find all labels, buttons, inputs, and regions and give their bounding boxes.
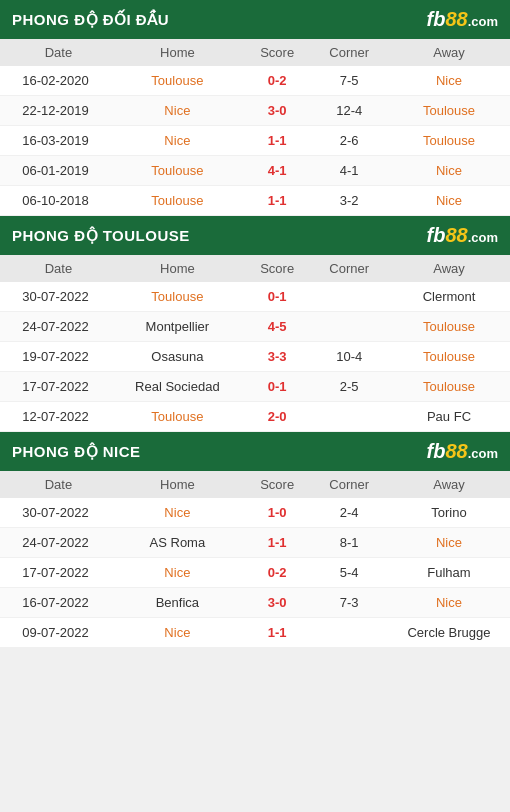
cell-date: 30-07-2022: [0, 498, 111, 528]
brand-logo: fb88.com: [427, 8, 498, 31]
cell-corner: 4-1: [310, 156, 388, 186]
cell-date: 17-07-2022: [0, 558, 111, 588]
brand-com: .com: [468, 14, 498, 29]
col-header-corner: Corner: [310, 255, 388, 282]
cell-home: Toulouse: [111, 186, 244, 216]
cell-away: Fulham: [388, 558, 510, 588]
col-header-score: Score: [244, 471, 311, 498]
cell-corner: 12-4: [310, 96, 388, 126]
table-row: 16-03-2019Nice1-12-6Toulouse: [0, 126, 510, 156]
cell-corner: [310, 282, 388, 312]
brand-88: 88: [445, 224, 467, 246]
cell-date: 16-07-2022: [0, 588, 111, 618]
cell-corner: 2-4: [310, 498, 388, 528]
cell-date: 06-10-2018: [0, 186, 111, 216]
table-head-to-head: DateHomeScoreCornerAway16-02-2020Toulous…: [0, 39, 510, 216]
col-header-away: Away: [388, 471, 510, 498]
cell-home: Benfica: [111, 588, 244, 618]
cell-score: 3-0: [244, 96, 311, 126]
cell-corner: [310, 618, 388, 648]
brand-logo: fb88.com: [427, 224, 498, 247]
cell-score: 1-1: [244, 618, 311, 648]
table-row: 16-07-2022Benfica3-07-3Nice: [0, 588, 510, 618]
cell-date: 16-03-2019: [0, 126, 111, 156]
table-row: 30-07-2022Toulouse0-1Clermont: [0, 282, 510, 312]
cell-home: Nice: [111, 498, 244, 528]
col-header-score: Score: [244, 255, 311, 282]
cell-score: 3-0: [244, 588, 311, 618]
col-header-away: Away: [388, 255, 510, 282]
cell-date: 12-07-2022: [0, 402, 111, 432]
cell-away: Toulouse: [388, 96, 510, 126]
cell-date: 24-07-2022: [0, 312, 111, 342]
cell-score: 0-1: [244, 282, 311, 312]
cell-score: 1-1: [244, 528, 311, 558]
table-row: 17-07-2022Nice0-25-4Fulham: [0, 558, 510, 588]
cell-corner: 10-4: [310, 342, 388, 372]
table-header-row: DateHomeScoreCornerAway: [0, 255, 510, 282]
col-header-corner: Corner: [310, 471, 388, 498]
cell-away: Nice: [388, 66, 510, 96]
table-row: 16-02-2020Toulouse0-27-5Nice: [0, 66, 510, 96]
cell-score: 3-3: [244, 342, 311, 372]
cell-home: Toulouse: [111, 156, 244, 186]
brand-fb: fb: [427, 224, 446, 246]
table-row: 19-07-2022Osasuna3-310-4Toulouse: [0, 342, 510, 372]
cell-away: Torino: [388, 498, 510, 528]
cell-away: Cercle Brugge: [388, 618, 510, 648]
cell-corner: [310, 402, 388, 432]
cell-corner: [310, 312, 388, 342]
cell-score: 2-0: [244, 402, 311, 432]
col-header-date: Date: [0, 255, 111, 282]
col-header-date: Date: [0, 39, 111, 66]
cell-date: 22-12-2019: [0, 96, 111, 126]
cell-corner: 5-4: [310, 558, 388, 588]
cell-home: Toulouse: [111, 402, 244, 432]
section-title-toulouse-form: PHONG ĐỘ TOULOUSE: [12, 227, 190, 245]
section-title-nice-form: PHONG ĐỘ NICE: [12, 443, 141, 461]
table-row: 24-07-2022Montpellier4-5Toulouse: [0, 312, 510, 342]
brand-com: .com: [468, 446, 498, 461]
table-row: 30-07-2022Nice1-02-4Torino: [0, 498, 510, 528]
col-header-corner: Corner: [310, 39, 388, 66]
table-row: 06-01-2019Toulouse4-14-1Nice: [0, 156, 510, 186]
table-row: 17-07-2022Real Sociedad0-12-5Toulouse: [0, 372, 510, 402]
brand-com: .com: [468, 230, 498, 245]
cell-score: 1-0: [244, 498, 311, 528]
cell-home: Nice: [111, 96, 244, 126]
cell-away: Clermont: [388, 282, 510, 312]
table-row: 09-07-2022Nice1-1Cercle Brugge: [0, 618, 510, 648]
cell-date: 09-07-2022: [0, 618, 111, 648]
cell-corner: 2-6: [310, 126, 388, 156]
cell-corner: 8-1: [310, 528, 388, 558]
col-header-home: Home: [111, 39, 244, 66]
cell-home: Toulouse: [111, 282, 244, 312]
cell-score: 1-1: [244, 186, 311, 216]
cell-score: 4-1: [244, 156, 311, 186]
table-row: 24-07-2022AS Roma1-18-1Nice: [0, 528, 510, 558]
brand-88: 88: [445, 8, 467, 30]
cell-home: Nice: [111, 126, 244, 156]
cell-away: Toulouse: [388, 342, 510, 372]
table-row: 12-07-2022Toulouse2-0Pau FC: [0, 402, 510, 432]
col-header-date: Date: [0, 471, 111, 498]
section-header-toulouse-form: PHONG ĐỘ TOULOUSEfb88.com: [0, 216, 510, 255]
cell-home: AS Roma: [111, 528, 244, 558]
cell-away: Nice: [388, 588, 510, 618]
col-header-away: Away: [388, 39, 510, 66]
cell-corner: 3-2: [310, 186, 388, 216]
cell-away: Pau FC: [388, 402, 510, 432]
cell-date: 24-07-2022: [0, 528, 111, 558]
cell-date: 30-07-2022: [0, 282, 111, 312]
cell-away: Nice: [388, 528, 510, 558]
cell-away: Toulouse: [388, 312, 510, 342]
cell-date: 17-07-2022: [0, 372, 111, 402]
cell-corner: 2-5: [310, 372, 388, 402]
cell-home: Nice: [111, 558, 244, 588]
table-row: 06-10-2018Toulouse1-13-2Nice: [0, 186, 510, 216]
cell-score: 0-2: [244, 66, 311, 96]
section-title-head-to-head: PHONG ĐỘ ĐỐI ĐẦU: [12, 11, 169, 29]
table-nice-form: DateHomeScoreCornerAway30-07-2022Nice1-0…: [0, 471, 510, 648]
cell-score: 0-2: [244, 558, 311, 588]
cell-home: Nice: [111, 618, 244, 648]
